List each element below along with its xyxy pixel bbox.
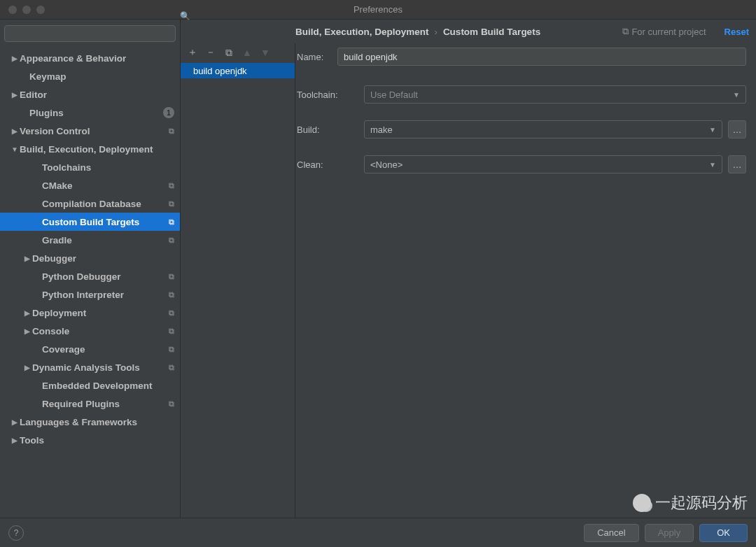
expand-closed-icon: ▶	[10, 418, 20, 426]
sidebar-item-label: Version Control	[20, 126, 169, 136]
toolchain-select[interactable]: Use Default ▼	[364, 85, 746, 104]
scope-indicator: ⧉ For current project	[622, 26, 706, 37]
update-count-badge: 1	[163, 107, 174, 118]
sidebar-item-label: Compilation Database	[42, 199, 169, 209]
breadcrumb-separator-icon: ›	[435, 27, 438, 37]
sidebar-item[interactable]: Keymap	[0, 67, 180, 85]
expand-closed-icon: ▶	[22, 327, 32, 335]
sidebar-item[interactable]: Python Debugger⧉	[0, 267, 180, 285]
project-scope-icon: ⧉	[169, 272, 174, 281]
sidebar-item[interactable]: Gradle⧉	[0, 231, 180, 249]
project-scope-icon: ⧉	[169, 236, 174, 245]
sidebar-item[interactable]: Python Interpreter⧉	[0, 285, 180, 304]
project-scope-icon: ⧉	[169, 127, 174, 136]
sidebar-item-label: Coverage	[42, 344, 169, 355]
expand-closed-icon: ▶	[10, 436, 20, 444]
search-input[interactable]	[4, 25, 176, 42]
sidebar-item[interactable]: ▶Editor	[0, 85, 180, 104]
zoom-window-icon[interactable]	[36, 6, 45, 14]
sidebar-item-label: Embedded Development	[42, 381, 174, 391]
sidebar-item-label: Plugins	[29, 108, 163, 118]
sidebar-item[interactable]: Compilation Database⧉	[0, 194, 180, 213]
name-label: Name:	[295, 52, 337, 62]
close-window-icon[interactable]	[8, 6, 17, 14]
reset-button[interactable]: Reset	[724, 27, 749, 37]
sidebar-item-label: Editor	[20, 90, 174, 100]
sidebar-item-label: Keymap	[29, 71, 174, 82]
expand-closed-icon: ▶	[22, 364, 32, 371]
dialog-footer: ? Cancel Apply OK	[0, 518, 756, 547]
sidebar-item[interactable]: Plugins1	[0, 104, 180, 122]
sidebar-item[interactable]: ▶Console⧉	[0, 322, 180, 340]
project-scope-icon: ⧉	[169, 218, 174, 227]
sidebar-item[interactable]: ▶Debugger	[0, 249, 180, 267]
breadcrumb-current: Custom Build Targets	[443, 27, 540, 37]
sidebar-item[interactable]: Toolchains	[0, 158, 180, 176]
sidebar-item[interactable]: Required Plugins⧉	[0, 395, 180, 413]
sidebar-item[interactable]: ▶Languages & Frameworks	[0, 413, 180, 431]
expand-closed-icon: ▶	[10, 91, 20, 99]
chevron-down-icon: ▼	[733, 91, 740, 99]
toolchain-value: Use Default	[370, 90, 418, 100]
help-button[interactable]: ?	[8, 525, 24, 541]
project-scope-icon: ⧉	[169, 327, 174, 336]
ok-button[interactable]: OK	[699, 524, 748, 542]
sidebar-item[interactable]: ▶Tools	[0, 431, 180, 449]
move-up-button[interactable]: ▲	[242, 47, 252, 58]
clean-select[interactable]: <None> ▼	[364, 155, 722, 173]
remove-button[interactable]: －	[206, 46, 216, 59]
sidebar-item-label: CMake	[42, 180, 169, 191]
sidebar-item-label: Deployment	[32, 308, 169, 318]
project-scope-icon: ⧉	[169, 308, 174, 318]
sidebar-item[interactable]: Coverage⧉	[0, 340, 180, 358]
expand-closed-icon: ▶	[10, 55, 20, 62]
sidebar-item[interactable]: ▶Appearance & Behavior	[0, 49, 180, 67]
sidebar-item[interactable]: Embedded Development	[0, 376, 180, 395]
expand-closed-icon: ▶	[10, 127, 20, 135]
build-select[interactable]: make ▼	[364, 120, 722, 138]
window-title: Preferences	[354, 4, 402, 15]
minimize-window-icon[interactable]	[22, 6, 31, 14]
chevron-down-icon: ▼	[709, 161, 716, 169]
sidebar-item-label: Console	[32, 326, 169, 336]
sidebar-item-label: Dynamic Analysis Tools	[32, 362, 169, 373]
clean-browse-button[interactable]: …	[728, 155, 746, 173]
project-scope-icon: ⧉	[169, 290, 174, 299]
add-button[interactable]: ＋	[188, 46, 197, 59]
sidebar-item[interactable]: ▶Deployment⧉	[0, 304, 180, 322]
sidebar-item[interactable]: Custom Build Targets⧉	[0, 213, 180, 231]
name-field[interactable]	[337, 48, 746, 66]
sidebar-item-label: Build, Execution, Deployment	[20, 144, 174, 155]
apply-button[interactable]: Apply	[645, 524, 694, 542]
target-item[interactable]: build openjdk	[181, 63, 295, 78]
copy-icon: ⧉	[622, 26, 629, 37]
target-panel: ＋ － ⧉ ▲ ▼ build openjdk	[181, 43, 295, 518]
copy-button[interactable]: ⧉	[224, 47, 234, 59]
project-scope-icon: ⧉	[169, 199, 174, 208]
project-scope-icon: ⧉	[169, 399, 174, 409]
project-scope-icon: ⧉	[169, 363, 174, 372]
clean-label: Clean:	[295, 159, 364, 170]
sidebar-item-label: Debugger	[32, 253, 174, 264]
window-controls	[0, 6, 45, 14]
sidebar-item-label: Appearance & Behavior	[20, 53, 174, 64]
settings-tree[interactable]: ▶Appearance & BehaviorKeymap▶EditorPlugi…	[0, 48, 180, 518]
expand-open-icon: ▼	[10, 145, 20, 153]
breadcrumb-parent[interactable]: Build, Execution, Deployment	[295, 27, 429, 37]
sidebar-item-label: Gradle	[42, 235, 169, 246]
titlebar: Preferences	[0, 0, 756, 20]
sidebar-item-label: Python Debugger	[42, 271, 169, 282]
sidebar-item[interactable]: ▼Build, Execution, Deployment	[0, 140, 180, 158]
sidebar-item[interactable]: ▶Dynamic Analysis Tools⧉	[0, 358, 180, 376]
build-browse-button[interactable]: …	[728, 120, 746, 138]
expand-closed-icon: ▶	[22, 255, 32, 262]
toolchain-label: Toolchain:	[295, 90, 364, 100]
build-value: make	[370, 125, 393, 135]
sidebar-item-label: Python Interpreter	[42, 290, 169, 300]
sidebar-item-label: Required Plugins	[42, 399, 169, 409]
sidebar-item[interactable]: ▶Version Control⧉	[0, 122, 180, 140]
sidebar-item[interactable]: CMake⧉	[0, 176, 180, 194]
cancel-button[interactable]: Cancel	[584, 524, 638, 542]
move-down-button[interactable]: ▼	[260, 47, 270, 58]
target-list[interactable]: build openjdk	[181, 63, 295, 518]
